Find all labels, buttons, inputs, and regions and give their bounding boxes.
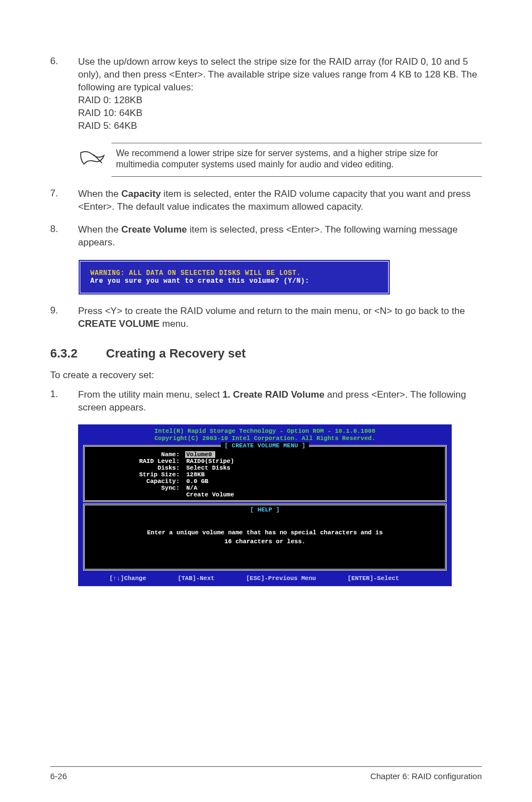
field-row: RAID Level: RAID0(Stripe) [90, 458, 439, 465]
key-hint: [ENTER]-Select [347, 575, 399, 582]
prompt-line: Are you sure you want to create this vol… [90, 277, 378, 285]
text-bold: Capacity [122, 189, 161, 199]
help-text: Enter a unique volume name that has no s… [90, 529, 439, 546]
text-bold: 1. Create RAID Volume [223, 389, 325, 400]
intro-text: To create a recovery set: [50, 370, 482, 381]
create-volume-box: [ CREATE VOLUME MENU ] Name: Volume0 RAI… [83, 445, 447, 502]
help-box: [ HELP ] Enter a unique volume name that… [83, 504, 447, 571]
key-hint: [↑↓]Change [109, 575, 146, 582]
text: When the [78, 189, 122, 199]
step-body: Press <Y> to create the RAID volume and … [78, 305, 482, 331]
page-number: 6-26 [50, 771, 67, 781]
field-label: Sync: [90, 485, 185, 491]
field-row: Sync: N/A [90, 485, 439, 491]
section-number: 6.3.2 [50, 346, 106, 361]
warning-line: WARNING: ALL DATA ON SELECTED DISKS WILL… [90, 269, 378, 277]
field-value: Select Disks [185, 465, 230, 471]
step-text: Use the up/down arrow keys to select the… [78, 56, 482, 94]
step-number: 1. [50, 389, 78, 414]
note-icon [78, 149, 112, 170]
key-hint: [TAB]-Next [178, 575, 215, 582]
field-label: Strip Size: [90, 471, 185, 478]
step-number: 6. [50, 56, 78, 133]
help-line: Enter a unique volume name that has no s… [90, 529, 439, 537]
field-value: 0.0 GB [185, 478, 209, 485]
box-title: [ CREATE VOLUME MENU ] [90, 442, 439, 449]
step-body: When the Capacity item is selected, ente… [78, 188, 482, 214]
field-label [90, 491, 185, 498]
key-hint: [ESC]-Previous Menu [246, 575, 316, 582]
text-bold: CREATE VOLUME [78, 318, 159, 329]
field-row: Capacity: 0.0 GB [90, 478, 439, 485]
field-row: Strip Size: 128KB [90, 471, 439, 478]
field-value: Volume0 [185, 451, 215, 458]
step-1: 1. From the utility main menu, select 1.… [50, 389, 482, 414]
bios-footer: [↑↓]Change [TAB]-Next [ESC]-Previous Men… [81, 572, 448, 583]
step-8: 8. When the Create Volume item is select… [50, 224, 482, 249]
dialog-frame: WARNING: ALL DATA ON SELECTED DISKS WILL… [78, 259, 390, 295]
action-label: Create Volume [185, 491, 234, 498]
step-body: When the Create Volume item is selected,… [78, 224, 482, 249]
step-body: From the utility main menu, select 1. Cr… [78, 389, 482, 414]
field-row: Create Volume [90, 491, 439, 498]
box-title: [ HELP ] [90, 506, 439, 513]
page-footer: 6-26 Chapter 6: RAID configuration [50, 766, 482, 781]
step-7: 7. When the Capacity item is selected, e… [50, 188, 482, 214]
step-number: 8. [50, 224, 78, 249]
bios-title: Intel(R) Rapid Storage Technology - Opti… [81, 428, 448, 443]
step-sub: RAID 10: 64KB [78, 107, 482, 120]
step-sub: RAID 0: 128KB [78, 94, 482, 107]
field-row: Name: Volume0 [90, 451, 439, 458]
bios-title-line: Copyright(C) 2003-10 Intel Corporation. … [81, 435, 448, 443]
field-label: Capacity: [90, 478, 185, 485]
section-heading: 6.3.2 Creating a Recovery set [50, 346, 482, 361]
field-label: Disks: [90, 465, 185, 471]
step-number: 7. [50, 188, 78, 214]
text: menu. [159, 318, 188, 329]
text: Press <Y> to create the RAID volume and … [78, 306, 465, 316]
section-title: Creating a Recovery set [106, 346, 246, 361]
field-label: RAID Level: [90, 458, 185, 465]
bios-title-line: Intel(R) Rapid Storage Technology - Opti… [81, 428, 448, 436]
step-6: 6. Use the up/down arrow keys to select … [50, 56, 482, 133]
text: From the utility main menu, select [78, 389, 223, 400]
step-number: 9. [50, 305, 78, 331]
field-value: 128KB [185, 471, 205, 478]
note-text: We recommend a lower stripe size for ser… [112, 143, 482, 177]
warning-dialog: WARNING: ALL DATA ON SELECTED DISKS WILL… [78, 259, 482, 295]
bios-screenshot: Intel(R) Rapid Storage Technology - Opti… [78, 424, 482, 587]
help-line: 16 characters or less. [90, 538, 439, 546]
step-body: Use the up/down arrow keys to select the… [78, 56, 482, 133]
field-value: N/A [185, 485, 197, 491]
field-value: RAID0(Stripe) [185, 458, 234, 465]
text: When the [78, 224, 122, 235]
field-row: Disks: Select Disks [90, 465, 439, 471]
step-sub: RAID 5: 64KB [78, 120, 482, 133]
field-label: Name: [90, 451, 185, 458]
chapter-label: Chapter 6: RAID configuration [370, 771, 482, 781]
step-9: 9. Press <Y> to create the RAID volume a… [50, 305, 482, 331]
note-block: We recommend a lower stripe size for ser… [78, 143, 482, 177]
bios-screen: Intel(R) Rapid Storage Technology - Opti… [78, 424, 452, 587]
text-bold: Create Volume [122, 224, 187, 235]
